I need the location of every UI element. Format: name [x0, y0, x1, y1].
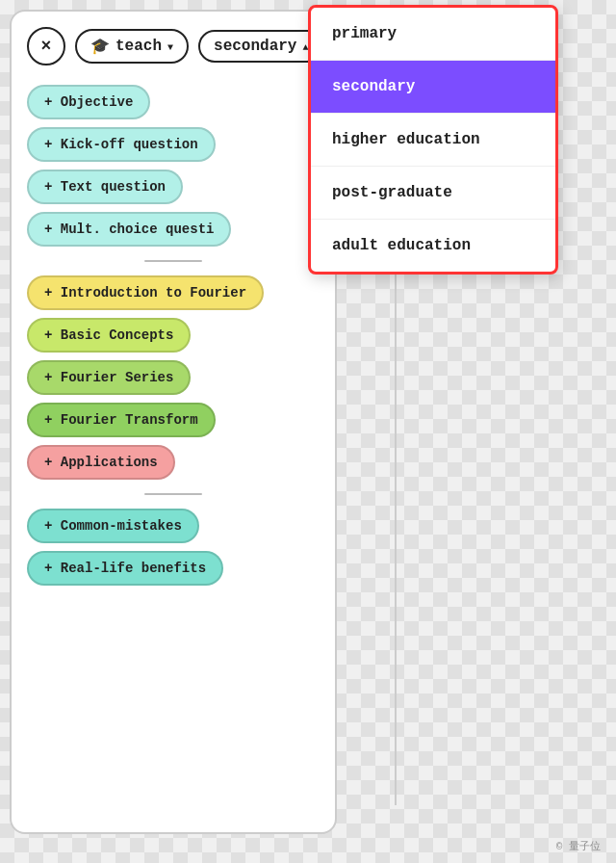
item-transform[interactable]: + Fourier Transform: [27, 403, 216, 437]
item-benefits[interactable]: + Real-life benefits: [27, 551, 223, 586]
teach-button[interactable]: 🎓 teach: [75, 29, 189, 64]
dropdown-item-higher-education[interactable]: higher education: [311, 114, 555, 167]
item-series[interactable]: + Fourier Series: [27, 360, 191, 395]
item-kickoff[interactable]: + Kick-off question: [27, 127, 216, 162]
teach-label: teach: [116, 38, 162, 55]
watermark: © 量子位: [556, 839, 601, 853]
dropdown-item-post-graduate[interactable]: post-graduate: [311, 167, 555, 220]
item-mistakes[interactable]: + Common-mistakes: [27, 509, 199, 543]
item-applications[interactable]: + Applications: [27, 445, 175, 480]
divider-2: [144, 493, 202, 495]
dropdown-item-primary[interactable]: primary: [311, 8, 555, 61]
secondary-label: secondary: [214, 38, 296, 55]
close-icon: ×: [41, 37, 52, 56]
dropdown-item-secondary[interactable]: secondary: [311, 61, 555, 114]
teach-dropdown-arrow: [167, 38, 173, 55]
dropdown-item-adult-education[interactable]: adult education: [311, 220, 555, 272]
divider-1: [144, 260, 202, 262]
items-list: + Objective + Kick-off question + Text q…: [27, 85, 320, 586]
level-dropdown[interactable]: primary secondary higher education post-…: [308, 5, 558, 275]
main-panel: × 🎓 teach secondary + Objective + Kick-o…: [10, 10, 337, 834]
teach-icon: 🎓: [90, 37, 110, 56]
toolbar: × 🎓 teach secondary: [27, 27, 320, 65]
item-mult[interactable]: + Mult. choice questi: [27, 212, 231, 247]
item-text[interactable]: + Text question: [27, 170, 183, 204]
item-objective[interactable]: + Objective: [27, 85, 150, 119]
item-basic[interactable]: + Basic Concepts: [27, 318, 191, 353]
close-button[interactable]: ×: [27, 27, 65, 65]
item-intro[interactable]: + Introduction to Fourier: [27, 275, 264, 310]
secondary-button[interactable]: secondary: [198, 30, 323, 63]
